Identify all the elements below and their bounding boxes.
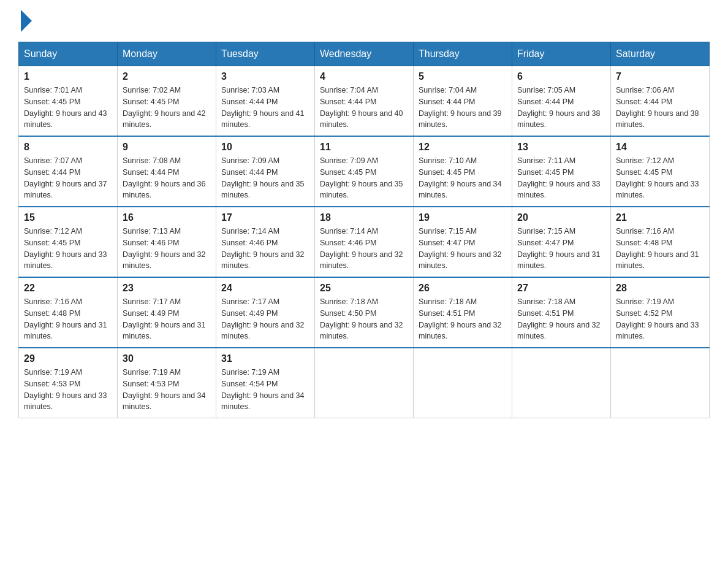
calendar-day-cell — [414, 348, 512, 418]
day-info: Sunrise: 7:18 AMSunset: 4:51 PMDaylight:… — [419, 297, 502, 340]
day-number: 6 — [517, 71, 605, 82]
calendar-day-cell: 9 Sunrise: 7:08 AMSunset: 4:44 PMDayligh… — [118, 136, 216, 207]
day-info: Sunrise: 7:15 AMSunset: 4:47 PMDaylight:… — [517, 227, 601, 270]
calendar-day-cell — [315, 348, 414, 418]
day-number: 1 — [24, 71, 112, 82]
day-info: Sunrise: 7:19 AMSunset: 4:54 PMDaylight:… — [221, 368, 305, 411]
day-info: Sunrise: 7:17 AMSunset: 4:49 PMDaylight:… — [221, 297, 305, 340]
calendar-day-cell: 25 Sunrise: 7:18 AMSunset: 4:50 PMDaylig… — [315, 277, 414, 348]
day-number: 5 — [419, 71, 507, 82]
calendar-day-cell: 30 Sunrise: 7:19 AMSunset: 4:53 PMDaylig… — [118, 348, 216, 418]
calendar-day-header: Wednesday — [315, 42, 414, 66]
calendar-day-cell: 26 Sunrise: 7:18 AMSunset: 4:51 PMDaylig… — [414, 277, 512, 348]
calendar-day-header: Thursday — [414, 42, 512, 66]
day-info: Sunrise: 7:05 AMSunset: 4:44 PMDaylight:… — [517, 86, 601, 129]
day-number: 14 — [616, 142, 704, 153]
page-header — [18, 12, 710, 29]
day-info: Sunrise: 7:14 AMSunset: 4:46 PMDaylight:… — [320, 227, 403, 270]
day-number: 10 — [221, 142, 309, 153]
day-number: 17 — [221, 212, 309, 223]
day-number: 7 — [616, 71, 704, 82]
day-number: 11 — [320, 142, 408, 153]
day-info: Sunrise: 7:16 AMSunset: 4:48 PMDaylight:… — [616, 227, 699, 270]
day-info: Sunrise: 7:11 AMSunset: 4:45 PMDaylight:… — [517, 156, 601, 199]
calendar-day-cell: 15 Sunrise: 7:12 AMSunset: 4:45 PMDaylig… — [19, 207, 118, 277]
day-info: Sunrise: 7:07 AMSunset: 4:44 PMDaylight:… — [24, 156, 107, 199]
day-info: Sunrise: 7:04 AMSunset: 4:44 PMDaylight:… — [320, 86, 403, 129]
calendar-day-cell: 3 Sunrise: 7:03 AMSunset: 4:44 PMDayligh… — [216, 66, 315, 137]
day-number: 4 — [320, 71, 408, 82]
day-number: 26 — [419, 283, 507, 294]
calendar-day-cell — [611, 348, 710, 418]
day-number: 25 — [320, 283, 408, 294]
calendar-table: SundayMondayTuesdayWednesdayThursdayFrid… — [18, 42, 710, 418]
day-number: 19 — [419, 212, 507, 223]
calendar-day-cell: 4 Sunrise: 7:04 AMSunset: 4:44 PMDayligh… — [315, 66, 414, 137]
calendar-day-cell — [512, 348, 611, 418]
calendar-day-cell: 19 Sunrise: 7:15 AMSunset: 4:47 PMDaylig… — [414, 207, 512, 277]
calendar-day-header: Monday — [118, 42, 216, 66]
day-number: 8 — [24, 142, 112, 153]
calendar-day-header: Tuesday — [216, 42, 315, 66]
day-number: 28 — [616, 283, 704, 294]
calendar-header-row: SundayMondayTuesdayWednesdayThursdayFrid… — [19, 42, 710, 66]
day-number: 13 — [517, 142, 605, 153]
day-info: Sunrise: 7:13 AMSunset: 4:46 PMDaylight:… — [123, 227, 206, 270]
day-info: Sunrise: 7:04 AMSunset: 4:44 PMDaylight:… — [419, 86, 502, 129]
calendar-day-cell: 6 Sunrise: 7:05 AMSunset: 4:44 PMDayligh… — [512, 66, 611, 137]
calendar-day-cell: 20 Sunrise: 7:15 AMSunset: 4:47 PMDaylig… — [512, 207, 611, 277]
day-info: Sunrise: 7:19 AMSunset: 4:53 PMDaylight:… — [24, 368, 107, 411]
calendar-day-cell: 10 Sunrise: 7:09 AMSunset: 4:44 PMDaylig… — [216, 136, 315, 207]
calendar-week-row: 1 Sunrise: 7:01 AMSunset: 4:45 PMDayligh… — [19, 66, 710, 137]
calendar-day-cell: 29 Sunrise: 7:19 AMSunset: 4:53 PMDaylig… — [19, 348, 118, 418]
calendar-day-cell: 28 Sunrise: 7:19 AMSunset: 4:52 PMDaylig… — [611, 277, 710, 348]
calendar-day-cell: 18 Sunrise: 7:14 AMSunset: 4:46 PMDaylig… — [315, 207, 414, 277]
day-number: 27 — [517, 283, 605, 294]
calendar-day-header: Saturday — [611, 42, 710, 66]
day-info: Sunrise: 7:12 AMSunset: 4:45 PMDaylight:… — [616, 156, 699, 199]
calendar-week-row: 22 Sunrise: 7:16 AMSunset: 4:48 PMDaylig… — [19, 277, 710, 348]
day-info: Sunrise: 7:02 AMSunset: 4:45 PMDaylight:… — [123, 86, 206, 129]
day-info: Sunrise: 7:18 AMSunset: 4:50 PMDaylight:… — [320, 297, 403, 340]
calendar-day-header: Friday — [512, 42, 611, 66]
calendar-day-cell: 8 Sunrise: 7:07 AMSunset: 4:44 PMDayligh… — [19, 136, 118, 207]
calendar-day-cell: 1 Sunrise: 7:01 AMSunset: 4:45 PMDayligh… — [19, 66, 118, 137]
day-number: 9 — [123, 142, 211, 153]
day-number: 15 — [24, 212, 112, 223]
logo — [18, 12, 32, 29]
calendar-day-cell: 22 Sunrise: 7:16 AMSunset: 4:48 PMDaylig… — [19, 277, 118, 348]
logo-arrow-icon — [21, 10, 32, 32]
calendar-week-row: 15 Sunrise: 7:12 AMSunset: 4:45 PMDaylig… — [19, 207, 710, 277]
day-number: 12 — [419, 142, 507, 153]
calendar-day-cell: 13 Sunrise: 7:11 AMSunset: 4:45 PMDaylig… — [512, 136, 611, 207]
day-info: Sunrise: 7:14 AMSunset: 4:46 PMDaylight:… — [221, 227, 305, 270]
day-number: 18 — [320, 212, 408, 223]
day-number: 16 — [123, 212, 211, 223]
day-number: 3 — [221, 71, 309, 82]
calendar-day-cell: 31 Sunrise: 7:19 AMSunset: 4:54 PMDaylig… — [216, 348, 315, 418]
day-info: Sunrise: 7:17 AMSunset: 4:49 PMDaylight:… — [123, 297, 206, 340]
day-info: Sunrise: 7:18 AMSunset: 4:51 PMDaylight:… — [517, 297, 601, 340]
calendar-day-cell: 21 Sunrise: 7:16 AMSunset: 4:48 PMDaylig… — [611, 207, 710, 277]
day-info: Sunrise: 7:09 AMSunset: 4:45 PMDaylight:… — [320, 156, 403, 199]
calendar-day-cell: 7 Sunrise: 7:06 AMSunset: 4:44 PMDayligh… — [611, 66, 710, 137]
calendar-day-cell: 27 Sunrise: 7:18 AMSunset: 4:51 PMDaylig… — [512, 277, 611, 348]
calendar-day-cell: 5 Sunrise: 7:04 AMSunset: 4:44 PMDayligh… — [414, 66, 512, 137]
day-info: Sunrise: 7:16 AMSunset: 4:48 PMDaylight:… — [24, 297, 107, 340]
day-number: 22 — [24, 283, 112, 294]
day-number: 29 — [24, 353, 112, 364]
day-info: Sunrise: 7:10 AMSunset: 4:45 PMDaylight:… — [419, 156, 502, 199]
day-info: Sunrise: 7:09 AMSunset: 4:44 PMDaylight:… — [221, 156, 305, 199]
day-info: Sunrise: 7:03 AMSunset: 4:44 PMDaylight:… — [221, 86, 305, 129]
calendar-day-cell: 14 Sunrise: 7:12 AMSunset: 4:45 PMDaylig… — [611, 136, 710, 207]
calendar-week-row: 29 Sunrise: 7:19 AMSunset: 4:53 PMDaylig… — [19, 348, 710, 418]
day-info: Sunrise: 7:12 AMSunset: 4:45 PMDaylight:… — [24, 227, 107, 270]
day-info: Sunrise: 7:06 AMSunset: 4:44 PMDaylight:… — [616, 86, 699, 129]
calendar-week-row: 8 Sunrise: 7:07 AMSunset: 4:44 PMDayligh… — [19, 136, 710, 207]
calendar-day-cell: 12 Sunrise: 7:10 AMSunset: 4:45 PMDaylig… — [414, 136, 512, 207]
calendar-day-header: Sunday — [19, 42, 118, 66]
day-number: 24 — [221, 283, 309, 294]
day-info: Sunrise: 7:08 AMSunset: 4:44 PMDaylight:… — [123, 156, 206, 199]
day-info: Sunrise: 7:15 AMSunset: 4:47 PMDaylight:… — [419, 227, 502, 270]
calendar-day-cell: 24 Sunrise: 7:17 AMSunset: 4:49 PMDaylig… — [216, 277, 315, 348]
